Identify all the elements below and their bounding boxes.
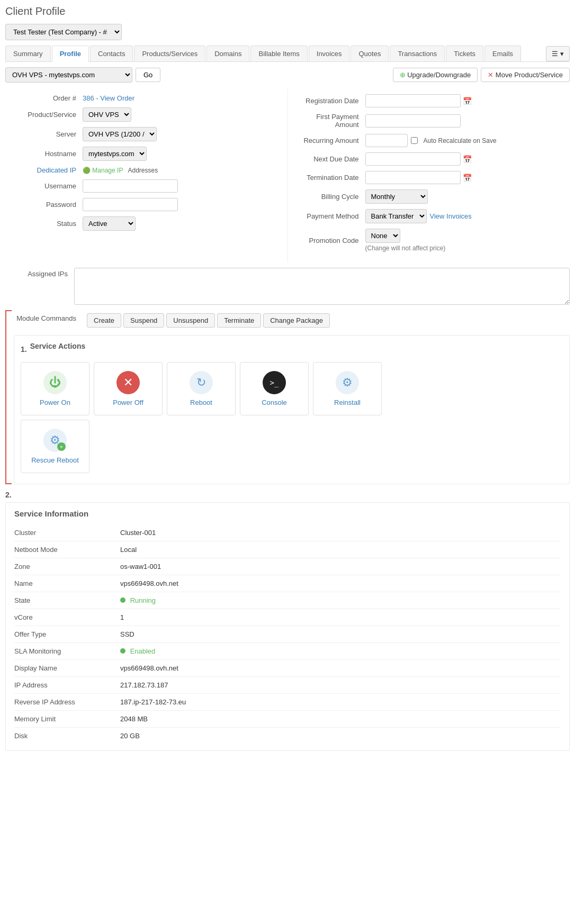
console-card[interactable]: >_ Console — [240, 362, 309, 415]
sla-dot-icon — [120, 648, 125, 654]
termination-date-value: 📅 — [365, 171, 562, 184]
tabs-menu-button[interactable]: ☰ ▾ — [546, 46, 570, 61]
tab-quotes[interactable]: Quotes — [351, 46, 389, 61]
step-1-label: 1. — [21, 345, 27, 354]
termination-date-row: Termination Date 📅 — [297, 171, 562, 184]
change-package-button[interactable]: Change Package — [263, 313, 330, 328]
reinstall-label: Reinstall — [334, 398, 361, 406]
registration-date-calendar-icon[interactable]: 📅 — [463, 97, 472, 105]
username-row: Username mytestvp — [14, 179, 279, 193]
product-service-row: Product/Service OHV VPS — [14, 107, 279, 122]
server-label: Server — [14, 130, 83, 138]
state-value: Running — [130, 596, 156, 604]
tab-billable-items[interactable]: Billable Items — [250, 46, 307, 61]
info-row-memory: Memory Limit 2048 MB — [14, 711, 561, 728]
service-selector-bar: OVH VPS - mytestvps.com Go ⊕ Upgrade/Dow… — [5, 67, 570, 83]
username-input[interactable]: mytestvp — [83, 179, 178, 193]
termination-date-input[interactable] — [365, 171, 461, 184]
tab-invoices[interactable]: Invoices — [309, 46, 350, 61]
termination-date-calendar-icon[interactable]: 📅 — [463, 174, 472, 182]
promotion-code-value: None (Change will not affect price) — [365, 229, 562, 252]
reboot-label: Reboot — [190, 398, 212, 406]
state-dot-icon — [120, 597, 125, 603]
next-due-date-row: Next Due Date 04/12/2019 📅 — [297, 152, 562, 166]
first-payment-input[interactable]: 49.95 — [365, 114, 461, 128]
next-due-date-calendar-icon[interactable]: 📅 — [463, 155, 472, 164]
tab-products-services[interactable]: Products/Services — [134, 46, 205, 61]
unsuspend-button[interactable]: Unsuspend — [166, 313, 215, 328]
red-bracket — [5, 310, 13, 484]
form-right-column: Registration Date 04/12/2019 📅 First Pay… — [288, 89, 570, 262]
power-off-label: Power Off — [113, 398, 143, 406]
rescue-reboot-card[interactable]: ⚙+ Rescue Reboot — [21, 420, 89, 473]
tab-transactions[interactable]: Transactions — [390, 46, 445, 61]
power-off-card[interactable]: ✕ Power Off — [94, 362, 163, 415]
billing-cycle-select[interactable]: Monthly Annually Quarterly Semi-Annually — [365, 189, 428, 204]
info-row-offer-type: Offer Type SSD — [14, 626, 561, 643]
promotion-code-select[interactable]: None — [365, 229, 400, 243]
order-link[interactable]: 386 - View Order — [83, 94, 134, 102]
form-left-column: Order # 386 - View Order Product/Service… — [5, 89, 288, 262]
tab-profile[interactable]: Profile — [52, 46, 89, 62]
suspend-button[interactable]: Suspend — [123, 313, 164, 328]
tab-contacts[interactable]: Contacts — [90, 46, 133, 61]
first-payment-label: First Payment Amount — [297, 113, 365, 129]
password-input[interactable]: g0qr6Kl;AY#4g8 — [83, 198, 178, 211]
status-select[interactable]: Active Suspended Terminated Pending Frau… — [83, 216, 136, 231]
info-row-state: State Running — [14, 592, 561, 609]
go-button[interactable]: Go — [136, 68, 160, 82]
info-row-display-name: Display Name vps669498.ovh.net — [14, 660, 561, 677]
move-product-button[interactable]: ✕ Move Product/Service — [481, 68, 570, 82]
service-info-rows: Cluster Cluster-001 Netboot Mode Local Z… — [14, 524, 561, 744]
registration-date-row: Registration Date 04/12/2019 📅 — [297, 94, 562, 107]
hostname-select[interactable]: mytestvps.com — [83, 147, 147, 161]
client-selector[interactable]: Test Tester (Test Company) - #1 — [5, 24, 122, 40]
hostname-value: mytestvps.com — [83, 147, 279, 161]
service-actions-title: Service Actions — [30, 342, 86, 350]
info-row-disk: Disk 20 GB — [14, 728, 561, 744]
power-on-card[interactable]: ⏻ Power On — [21, 362, 89, 415]
service-info-title: Service Information — [14, 509, 561, 518]
billing-cycle-label: Billing Cycle — [297, 193, 365, 201]
service-selector[interactable]: OVH VPS - mytestvps.com — [5, 67, 132, 83]
status-value: Active Suspended Terminated Pending Frau… — [83, 216, 279, 231]
page-title: Client Profile — [5, 5, 570, 17]
recurring-amount-input[interactable]: 49.95 — [365, 134, 408, 147]
order-label: Order # — [14, 94, 83, 102]
info-row-reverse-ip: Reverse IP Address 187.ip-217-182-73.eu — [14, 694, 561, 711]
addresses-label: Addresses — [128, 167, 158, 174]
next-due-date-label: Next Due Date — [297, 155, 365, 163]
tab-tickets[interactable]: Tickets — [446, 46, 483, 61]
password-label: Password — [14, 201, 83, 209]
service-info-section: Service Information Cluster Cluster-001 … — [5, 502, 570, 751]
power-on-icon: ⏻ — [43, 371, 67, 394]
server-select[interactable]: OVH VPS (1/200 / — [83, 127, 157, 141]
billing-cycle-row: Billing Cycle Monthly Annually Quarterly… — [297, 189, 562, 204]
terminate-button[interactable]: Terminate — [217, 313, 261, 328]
payment-method-value: Bank Transfer PayPal Credit Card View In… — [365, 209, 562, 223]
termination-date-label: Termination Date — [297, 174, 365, 182]
recurring-amount-label: Recurring Amount — [297, 137, 365, 144]
hostname-label: Hostname — [14, 150, 83, 158]
manage-ip-button[interactable]: 🟢 Manage IP — [83, 167, 125, 174]
registration-date-input[interactable]: 04/12/2019 — [365, 94, 461, 107]
next-due-date-input[interactable]: 04/12/2019 — [365, 152, 461, 166]
client-selector-wrap: Test Tester (Test Company) - #1 — [5, 24, 570, 40]
reinstall-card[interactable]: ⚙ Reinstall — [313, 362, 382, 415]
auto-recalculate-checkbox[interactable] — [411, 137, 418, 144]
tab-emails[interactable]: Emails — [484, 46, 521, 61]
product-service-select[interactable]: OHV VPS — [83, 107, 131, 122]
service-info-wrap: 2. Service Information Cluster Cluster-0… — [5, 491, 570, 751]
tab-domains[interactable]: Domains — [206, 46, 249, 61]
upgrade-downgrade-button[interactable]: ⊕ Upgrade/Downgrade — [393, 68, 478, 82]
tab-summary[interactable]: Summary — [5, 46, 51, 61]
create-button[interactable]: Create — [87, 313, 121, 328]
assigned-ips-textarea[interactable] — [74, 268, 570, 305]
view-invoices-link[interactable]: View Invoices — [430, 212, 472, 220]
payment-method-label: Payment Method — [297, 212, 365, 220]
order-value: 386 - View Order — [83, 94, 279, 102]
console-icon: >_ — [263, 371, 286, 394]
reboot-icon: ↻ — [190, 371, 213, 394]
payment-method-select[interactable]: Bank Transfer PayPal Credit Card — [365, 209, 427, 223]
reboot-card[interactable]: ↻ Reboot — [167, 362, 236, 415]
